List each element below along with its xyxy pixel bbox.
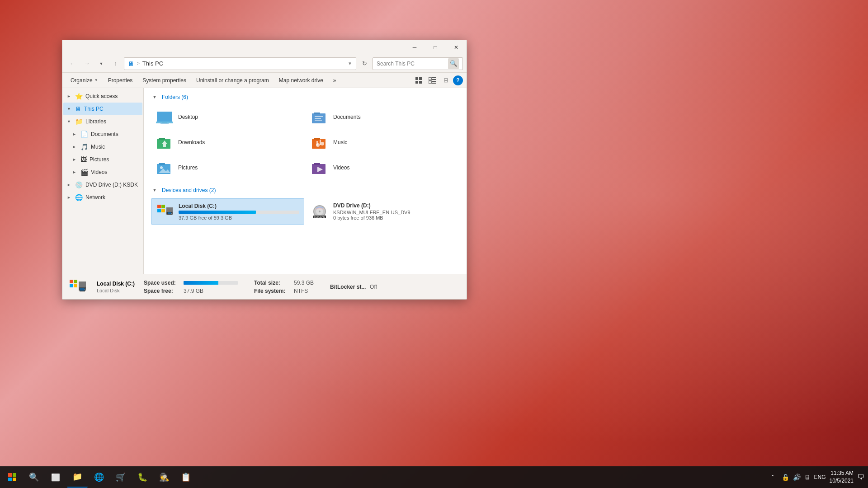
folder-item-desktop[interactable]: Desktop (151, 105, 304, 129)
store-button[interactable]: 🛒 (110, 467, 131, 488)
sidebar-item-label: Pictures (90, 156, 109, 163)
svg-rect-44 (171, 213, 172, 214)
spy-button[interactable]: 🕵 (154, 467, 175, 488)
svg-rect-51 (70, 280, 73, 283)
bug-button[interactable]: 🐛 (132, 467, 153, 488)
sidebar-item-label: DVD Drive (D:) KSDK (85, 182, 138, 188)
downloads-folder-name: Downloads (178, 139, 205, 145)
notification-icon[interactable]: 🗨 (857, 473, 864, 481)
notes-icon: 📋 (181, 472, 191, 482)
folder-item-downloads[interactable]: Downloads (151, 131, 304, 154)
address-dropdown-arrow[interactable]: ▼ (348, 61, 352, 66)
sidebar-item-pictures[interactable]: ► 🖼 Pictures (63, 153, 142, 166)
devices-collapse-button[interactable]: ▼ (151, 187, 158, 194)
close-button[interactable]: ✕ (446, 40, 467, 55)
volume-icon[interactable]: 🔊 (793, 474, 801, 481)
content-area: ► ⭐ Quick access ▼ 🖥 This PC ▼ 📁 Librari… (62, 88, 467, 274)
title-bar: ─ □ ✕ (62, 40, 467, 55)
task-view-button[interactable]: ⬜ (45, 467, 66, 488)
organize-button[interactable]: Organize ▼ (66, 75, 103, 86)
start-button[interactable] (2, 467, 23, 488)
view-grid-button[interactable] (412, 75, 425, 86)
svg-rect-20 (159, 138, 165, 140)
sidebar-item-dvd-drive[interactable]: ► 💿 DVD Drive (D:) KSDK (63, 178, 142, 191)
quick-access-icon: ⭐ (75, 93, 83, 100)
search-icon: 🔍 (29, 472, 39, 482)
folder-item-videos[interactable]: Videos (306, 156, 459, 179)
language-indicator[interactable]: ENG (814, 474, 826, 480)
music-arrow: ► (72, 145, 78, 149)
properties-button[interactable]: Properties (104, 75, 137, 86)
pictures-arrow: ► (72, 157, 78, 162)
view-toggle-button[interactable] (426, 75, 439, 86)
sidebar-item-this-pc[interactable]: ▼ 🖥 This PC (63, 103, 142, 115)
main-panel: ▼ Folders (6) Desktop (144, 88, 467, 274)
sidebar-item-libraries[interactable]: ▼ 📁 Libraries (63, 115, 142, 128)
view-pane-button[interactable]: ⊟ (439, 75, 452, 86)
search-button[interactable]: 🔍 (24, 467, 44, 488)
taskbar: 🔍 ⬜ 📁 🌐 🛒 🐛 🕵 📋 ⌃ 🔒 🔊 🖥 ENG (0, 466, 868, 488)
sidebar-item-music[interactable]: ► 🎵 Music (63, 141, 142, 153)
bug-icon: 🐛 (137, 472, 147, 482)
minimize-button[interactable]: ─ (404, 40, 425, 55)
search-icon-button[interactable]: 🔍 (448, 58, 459, 69)
sidebar-item-quick-access[interactable]: ► ⭐ Quick access (63, 90, 142, 103)
file-explorer-button[interactable]: 📁 (67, 467, 88, 488)
system-properties-button[interactable]: System properties (138, 75, 191, 86)
dvd-drive-subname: KSDKWIN_MULFRE_EN-US_DV9 (333, 210, 455, 215)
svg-rect-1 (419, 77, 422, 80)
map-network-button[interactable]: Map network drive (274, 75, 328, 86)
clock-date: 10/5/2021 (830, 477, 854, 485)
svg-rect-18 (315, 120, 322, 121)
address-bar[interactable]: 🖥 > This PC ▼ (124, 57, 356, 70)
store-icon: 🛒 (116, 472, 126, 482)
notes-button[interactable]: 📋 (175, 467, 196, 488)
videos-folder-name: Videos (333, 164, 349, 171)
status-file-system-row: File system: NTFS (254, 288, 314, 294)
local-disk-info: Local Disk (C:) 37.9 GB free of 59.3 GB (179, 203, 299, 221)
file-explorer-window: ─ □ ✕ ← → ▼ ↑ 🖥 > This PC ▼ ↻ 🔍 Organize… (62, 40, 467, 300)
svg-rect-23 (314, 138, 320, 140)
svg-rect-56 (79, 282, 86, 287)
uninstall-button[interactable]: Uninstall or change a program (192, 75, 274, 86)
device-item-local-disk-c[interactable]: Local Disk (C:) 37.9 GB free of 59.3 GB (151, 198, 304, 225)
local-disk-progress-fill (179, 211, 256, 214)
status-file-system-label: File system: (254, 288, 290, 294)
chevron-up-button[interactable]: ⌃ (767, 467, 778, 488)
svg-rect-10 (157, 112, 172, 122)
svg-rect-40 (166, 207, 173, 212)
status-drive-label: Local Disk (C:) (97, 281, 135, 287)
back-button[interactable]: ← (66, 57, 79, 70)
folder-item-music[interactable]: Music (306, 131, 459, 154)
up-button[interactable]: ↑ (109, 57, 122, 70)
svg-rect-17 (315, 118, 321, 119)
search-bar[interactable]: 🔍 (373, 57, 463, 70)
sidebar-item-videos[interactable]: ► 🎬 Videos (63, 166, 142, 178)
folders-grid: Desktop Documents (151, 105, 459, 179)
more-button[interactable]: » (329, 75, 341, 86)
taskbar-clock[interactable]: 11:35 AM 10/5/2021 (830, 469, 854, 485)
quick-access-arrow: ► (67, 94, 72, 99)
help-button[interactable]: ? (453, 75, 463, 85)
documents-folder-name: Documents (333, 114, 361, 120)
folders-collapse-button[interactable]: ▼ (151, 94, 158, 101)
device-item-dvd-drive-d[interactable]: DVD-ROM DVD Drive (D:) KSDKWIN_MULFRE_EN… (306, 198, 459, 225)
svg-rect-60 (85, 289, 85, 290)
edge-button[interactable]: 🌐 (89, 467, 109, 488)
sidebar-item-network[interactable]: ► 🌐 Network (63, 191, 142, 204)
maximize-button[interactable]: □ (425, 40, 446, 55)
sidebar-item-label: Videos (91, 169, 107, 175)
search-input[interactable] (377, 61, 445, 67)
recent-button[interactable]: ▼ (95, 57, 108, 70)
folder-item-documents[interactable]: Documents (306, 105, 459, 129)
svg-rect-9 (432, 83, 436, 84)
svg-rect-16 (315, 116, 323, 117)
forward-button[interactable]: → (80, 57, 93, 70)
task-view-icon: ⬜ (51, 473, 60, 482)
refresh-button[interactable]: ↻ (358, 57, 371, 70)
sidebar-item-documents[interactable]: ► 📄 Documents (63, 128, 142, 141)
folder-item-pictures[interactable]: Pictures (151, 156, 304, 179)
libraries-arrow: ▼ (67, 119, 72, 124)
downloads-folder-icon (156, 133, 174, 151)
display-icon[interactable]: 🖥 (804, 474, 811, 481)
